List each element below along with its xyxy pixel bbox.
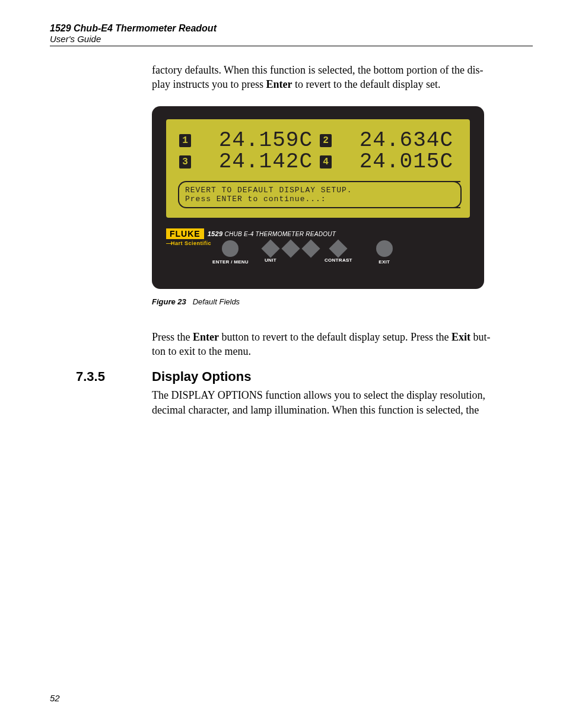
reading-4: 24.015C <box>340 151 457 173</box>
text-bold-enter: Enter <box>193 331 219 343</box>
text: play instructs you to press <box>152 78 266 90</box>
header-subtitle: User's Guide <box>50 34 533 44</box>
button-label: CONTRAST <box>325 257 352 263</box>
device-panel: FLUKE 1529 CHUB E-4 THERMOMETER READOUT … <box>166 228 470 281</box>
diamond-icon <box>261 239 279 257</box>
lcd-message-line1: REVERT TO DEFAULT DISPLAY SETUP. <box>185 186 454 195</box>
reading-1: 24.159C <box>199 130 316 151</box>
circle-icon <box>222 240 239 257</box>
contrast-button[interactable]: CONTRAST <box>325 242 352 263</box>
hart-text: Hart Scientific <box>171 240 211 246</box>
brand-row: FLUKE 1529 CHUB E-4 THERMOMETER READOUT <box>166 228 470 239</box>
text: ton to exit to the menu. <box>152 345 251 357</box>
button-row: ENTER / MENU UNIT <box>212 240 393 265</box>
lcd-screen: 1 24.159C 2 24.634C 3 24.142C 4 24.015C … <box>166 119 470 218</box>
text-bold-exit: Exit <box>451 331 470 343</box>
reading-2: 24.634C <box>340 130 457 151</box>
text: decimal character, and lamp illumination… <box>152 404 479 416</box>
button-label: EXIT <box>379 259 390 265</box>
page-header: 1529 Chub-E4 Thermometer Readout User's … <box>50 23 533 46</box>
text: but- <box>470 331 491 343</box>
enter-menu-button[interactable]: ENTER / MENU <box>212 240 249 265</box>
unit-button[interactable]: UNIT <box>264 242 277 263</box>
figure-title: Default Fields <box>193 297 240 306</box>
text: to revert to the default display set. <box>292 78 440 90</box>
channel-badge-2: 2 <box>320 134 332 147</box>
text: The DISPLAY OPTIONS function allows you … <box>152 389 485 401</box>
diamond-icon <box>301 239 320 257</box>
text: factory defaults. When this function is … <box>152 64 484 76</box>
button-label: ENTER / MENU <box>212 259 249 265</box>
paragraph-section-body: The DISPLAY OPTIONS function allows you … <box>152 388 527 417</box>
section-title: Display Options <box>152 369 251 384</box>
circle-icon <box>376 240 393 257</box>
diamond-icon <box>329 239 348 257</box>
section-heading: 7.3.5 Display Options <box>50 369 533 384</box>
exit-button[interactable]: EXIT <box>376 240 393 265</box>
paragraph-intro: factory defaults. When this function is … <box>152 63 527 92</box>
device-bezel: 1 24.159C 2 24.634C 3 24.142C 4 24.015C … <box>152 106 484 289</box>
channel-badge-4: 4 <box>320 155 332 169</box>
model-number: 1529 <box>208 230 223 237</box>
arrow-cluster <box>284 242 317 263</box>
channel-badge-1: 1 <box>179 134 191 147</box>
lcd-message-box: REVERT TO DEFAULT DISPLAY SETUP. Press E… <box>178 181 460 208</box>
readings-grid: 1 24.159C 2 24.634C 3 24.142C 4 24.015C <box>176 130 460 176</box>
channel-badge-3: 3 <box>179 155 191 169</box>
button-label: UNIT <box>265 257 276 263</box>
reading-3: 24.142C <box>199 151 316 173</box>
text-bold-enter: Enter <box>266 78 292 90</box>
model-label: 1529 CHUB E-4 THERMOMETER READOUT <box>208 230 336 237</box>
section-number: 7.3.5 <box>50 369 152 384</box>
figure-caption: Figure 23 Default Fields <box>152 297 533 306</box>
arrow-right-button[interactable] <box>304 242 317 263</box>
text: Press the <box>152 331 193 343</box>
model-rest: CHUB E-4 THERMOMETER READOUT <box>222 231 336 237</box>
figure-device: 1 24.159C 2 24.634C 3 24.142C 4 24.015C … <box>152 106 527 289</box>
arrow-left-button[interactable] <box>284 242 297 263</box>
paragraph-post-figure: Press the Enter button to revert to the … <box>152 330 527 359</box>
header-title: 1529 Chub-E4 Thermometer Readout <box>50 23 533 34</box>
fluke-logo: FLUKE <box>166 228 204 239</box>
diamond-icon <box>281 239 300 257</box>
lcd-message-line2: Press ENTER to continue...: <box>185 195 454 204</box>
figure-label: Figure 23 <box>152 297 186 306</box>
text: button to revert to the default display … <box>219 331 451 343</box>
page-number: 52 <box>50 693 60 703</box>
